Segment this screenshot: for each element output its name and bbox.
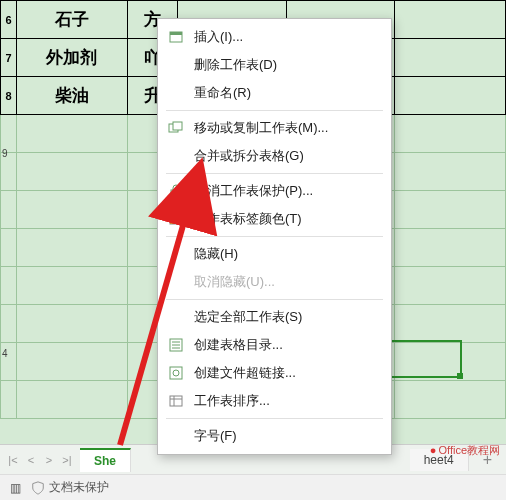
tab-last-icon[interactable]: >| bbox=[60, 454, 74, 466]
blank-icon bbox=[164, 84, 188, 102]
menu-tab-color[interactable]: 工作表标签颜色(T) bbox=[158, 205, 391, 233]
menu-label: 隐藏(H) bbox=[194, 245, 381, 263]
svg-rect-3 bbox=[173, 122, 182, 130]
cell[interactable] bbox=[395, 77, 506, 115]
blank-icon bbox=[164, 147, 188, 165]
cell[interactable]: 石子 bbox=[17, 1, 128, 39]
menu-label: 合并或拆分表格(G) bbox=[194, 147, 381, 165]
tab-prev-icon[interactable]: < bbox=[24, 454, 38, 466]
menu-unhide: 取消隐藏(U)... bbox=[158, 268, 391, 296]
svg-rect-6 bbox=[170, 221, 182, 224]
menu-merge-split[interactable]: 合并或拆分表格(G) bbox=[158, 142, 391, 170]
menu-create-hyperlinks[interactable]: 创建文件超链接... bbox=[158, 359, 391, 387]
blank-icon bbox=[164, 56, 188, 74]
menu-label: 撤消工作表保护(P)... bbox=[194, 182, 381, 200]
shield-icon bbox=[31, 481, 45, 495]
row-label: 4 bbox=[2, 348, 8, 359]
row-header[interactable]: 6 bbox=[1, 1, 17, 39]
menu-label: 重命名(R) bbox=[194, 84, 381, 102]
status-menu-icon[interactable]: ▥ bbox=[10, 481, 21, 495]
svg-rect-1 bbox=[170, 32, 182, 35]
menu-label: 选定全部工作表(S) bbox=[194, 308, 381, 326]
tab-next-icon[interactable]: > bbox=[42, 454, 56, 466]
sheet-context-menu: 插入(I)... 删除工作表(D) 重命名(R) 移动或复制工作表(M)... … bbox=[157, 18, 392, 455]
cell[interactable]: 外加剂 bbox=[17, 39, 128, 77]
menu-label: 工作表标签颜色(T) bbox=[194, 210, 381, 228]
menu-insert[interactable]: 插入(I)... bbox=[158, 23, 391, 51]
menu-separator bbox=[166, 236, 383, 237]
blank-icon bbox=[164, 308, 188, 326]
svg-rect-13 bbox=[170, 396, 182, 406]
blank-icon bbox=[164, 427, 188, 445]
blank-icon bbox=[164, 245, 188, 263]
tab-nav: |< < > >| bbox=[0, 454, 80, 466]
menu-create-toc[interactable]: 创建表格目录... bbox=[158, 331, 391, 359]
menu-sort-sheets[interactable]: 工作表排序... bbox=[158, 387, 391, 415]
menu-label: 取消隐藏(U)... bbox=[194, 273, 381, 291]
menu-label: 字号(F) bbox=[194, 427, 381, 445]
cell[interactable] bbox=[395, 1, 506, 39]
svg-point-12 bbox=[173, 370, 179, 376]
sort-icon bbox=[164, 392, 188, 410]
row-label: 9 bbox=[2, 148, 8, 159]
protect-label: 文档未保护 bbox=[49, 479, 109, 496]
menu-unprotect-sheet[interactable]: 撤消工作表保护(P)... bbox=[158, 177, 391, 205]
hyperlink-icon bbox=[164, 364, 188, 382]
blank-icon bbox=[164, 273, 188, 291]
menu-select-all-sheets[interactable]: 选定全部工作表(S) bbox=[158, 303, 391, 331]
menu-separator bbox=[166, 110, 383, 111]
status-bar: ▥ 文档未保护 bbox=[0, 474, 506, 500]
menu-move-copy[interactable]: 移动或复制工作表(M)... bbox=[158, 114, 391, 142]
menu-label: 创建表格目录... bbox=[194, 336, 381, 354]
toc-icon bbox=[164, 336, 188, 354]
menu-separator bbox=[166, 418, 383, 419]
menu-rename[interactable]: 重命名(R) bbox=[158, 79, 391, 107]
row-header[interactable]: 7 bbox=[1, 39, 17, 77]
menu-delete-sheet[interactable]: 删除工作表(D) bbox=[158, 51, 391, 79]
menu-label: 工作表排序... bbox=[194, 392, 381, 410]
menu-font-size[interactable]: 字号(F) bbox=[158, 422, 391, 450]
menu-hide[interactable]: 隐藏(H) bbox=[158, 240, 391, 268]
insert-icon bbox=[164, 28, 188, 46]
tab-first-icon[interactable]: |< bbox=[6, 454, 20, 466]
move-copy-icon bbox=[164, 119, 188, 137]
row-header[interactable]: 8 bbox=[1, 77, 17, 115]
document-protect-status[interactable]: 文档未保护 bbox=[31, 479, 109, 496]
cell[interactable] bbox=[395, 39, 506, 77]
menu-label: 移动或复制工作表(M)... bbox=[194, 119, 381, 137]
menu-separator bbox=[166, 299, 383, 300]
menu-label: 创建文件超链接... bbox=[194, 364, 381, 382]
svg-rect-11 bbox=[170, 367, 182, 379]
tab-color-icon bbox=[164, 210, 188, 228]
unprotect-icon bbox=[164, 182, 188, 200]
svg-rect-4 bbox=[171, 190, 181, 197]
cell[interactable]: 柴油 bbox=[17, 77, 128, 115]
sheet-tab-active[interactable]: She bbox=[80, 448, 131, 472]
menu-label: 插入(I)... bbox=[194, 28, 381, 46]
watermark: Office教程网 bbox=[430, 443, 500, 458]
menu-label: 删除工作表(D) bbox=[194, 56, 381, 74]
menu-separator bbox=[166, 173, 383, 174]
